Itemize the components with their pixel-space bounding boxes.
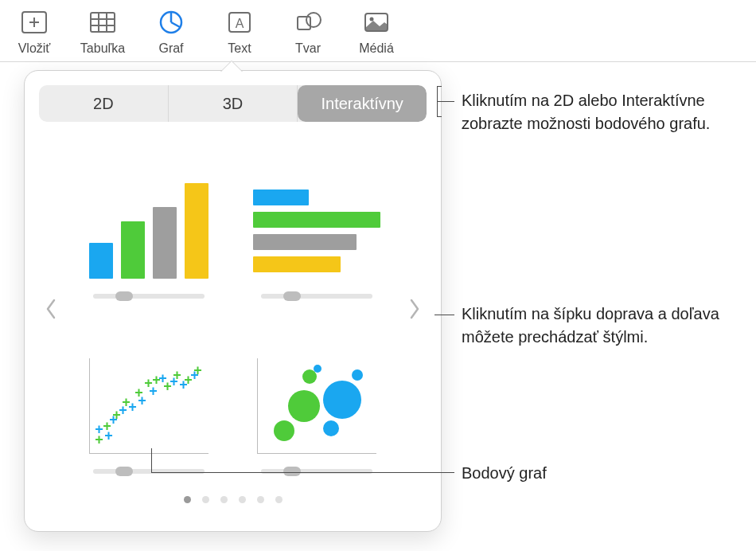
chart-popover: 2D 3D Interaktívny <box>24 70 442 532</box>
callout-line <box>435 315 454 315</box>
table-icon <box>85 6 120 38</box>
tab-3d[interactable]: 3D <box>169 85 298 122</box>
nav-next-arrow[interactable] <box>403 285 427 333</box>
toolbar-table[interactable]: Tabuľka <box>68 5 137 56</box>
svg-point-12 <box>306 13 321 27</box>
chart-option-bar[interactable] <box>245 142 389 301</box>
toolbar-label: Tvar <box>295 41 321 56</box>
toolbar-label: Vložiť <box>18 41 51 56</box>
page-dot[interactable] <box>257 496 264 503</box>
toolbar-label: Text <box>228 41 251 56</box>
callout-text: Kliknutím na šípku doprava a doľava môže… <box>462 303 748 349</box>
svg-point-14 <box>370 18 374 21</box>
text-icon: A <box>222 6 257 38</box>
svg-rect-3 <box>91 13 115 32</box>
callout-text: Kliknutím na 2D alebo Interaktívne zobra… <box>462 89 748 135</box>
callout-bracket <box>437 86 442 87</box>
toolbar-insert[interactable]: Vložiť <box>0 5 68 56</box>
toolbar-media[interactable]: Médiá <box>342 5 411 56</box>
nav-prev-arrow[interactable] <box>39 285 63 333</box>
shape-icon <box>290 6 325 38</box>
chart-preview <box>85 175 212 279</box>
chart-preview <box>85 350 212 454</box>
chart-option-column[interactable] <box>77 142 221 301</box>
page-dot[interactable] <box>202 496 209 503</box>
page-dot[interactable] <box>220 496 228 503</box>
svg-rect-11 <box>298 17 310 29</box>
callout-text: Bodový graf <box>462 462 547 485</box>
svg-text:A: A <box>236 17 244 30</box>
chart-option-bubble[interactable] <box>245 317 389 476</box>
page-dot[interactable] <box>239 496 246 503</box>
media-icon <box>359 6 394 38</box>
toolbar: Vložiť Tabuľka Graf A <box>0 0 756 62</box>
toolbar-label: Tabuľka <box>80 41 125 56</box>
chart-slider[interactable] <box>93 291 205 301</box>
toolbar-shape[interactable]: Tvar <box>274 5 342 56</box>
toolbar-label: Graf <box>158 41 183 56</box>
callout-line <box>437 101 454 102</box>
callout-line <box>151 448 152 472</box>
toolbar-label: Médiá <box>359 41 394 56</box>
chart-preview <box>253 350 380 454</box>
chart-icon <box>154 6 189 38</box>
chart-grid <box>63 122 403 496</box>
toolbar-text[interactable]: A Text <box>205 5 274 56</box>
tab-interactive[interactable]: Interaktívny <box>298 85 427 122</box>
page-dot[interactable] <box>275 496 283 503</box>
chart-slider[interactable] <box>261 467 372 476</box>
page-dots <box>39 496 427 503</box>
chart-grid-area <box>39 122 427 496</box>
callout-bracket <box>437 116 442 117</box>
chart-type-segmented: 2D 3D Interaktívny <box>39 85 427 122</box>
chart-slider[interactable] <box>93 467 205 476</box>
chart-option-scatter[interactable] <box>77 317 221 476</box>
page-dot[interactable] <box>184 496 191 503</box>
callout-line <box>151 472 454 473</box>
chart-slider[interactable] <box>261 291 372 301</box>
insert-icon <box>17 6 52 38</box>
tab-2d[interactable]: 2D <box>39 85 169 122</box>
chart-preview <box>253 175 380 279</box>
toolbar-chart[interactable]: Graf <box>137 5 205 56</box>
